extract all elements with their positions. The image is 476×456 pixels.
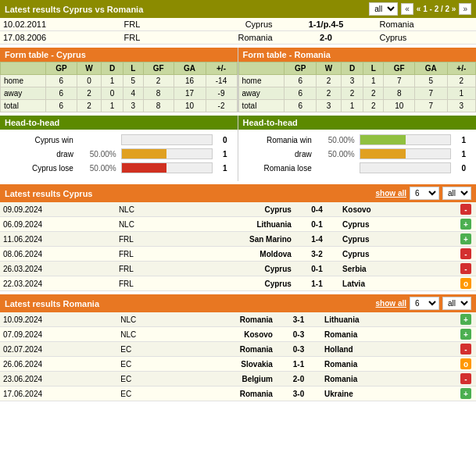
form-cyprus-header: Form table - Cyprus: [0, 48, 238, 62]
row-label: total: [238, 100, 285, 112]
h2h-cyprus-body: Cyprus win 0 draw 50.00% 1 Cyprus lose 5…: [0, 130, 238, 181]
match-score: 1-1: [276, 357, 321, 372]
cell-gf: 2: [143, 75, 174, 87]
cell-d: 1: [102, 100, 123, 112]
result-indicator: -: [460, 373, 471, 384]
match-comp: NLC: [117, 327, 174, 342]
match-comp: NLC: [116, 217, 171, 232]
h2h-bar-fill: [122, 149, 167, 159]
match-date: 23.06.2024: [0, 372, 117, 387]
h2h-value: 1: [456, 136, 471, 144]
match-date: 17.06.2024: [0, 387, 117, 401]
h2h-bar-fill: [122, 163, 167, 173]
col-header-pm: +/-: [206, 62, 237, 75]
col-header-ga: GA: [415, 62, 448, 75]
cell-ga: 7: [415, 100, 448, 112]
match-score: 1-4: [295, 232, 339, 247]
match-team1: Moldova: [171, 247, 295, 262]
match-team2: Romania: [321, 372, 428, 387]
row-label: total: [1, 100, 46, 112]
nav-next-button[interactable]: »: [459, 3, 471, 15]
col-header-w: W: [317, 62, 342, 75]
cell-w: 2: [317, 87, 342, 100]
show-all-cyprus-link[interactable]: show all: [376, 189, 406, 198]
table-row: 23.06.2024 EC Belgium 2-0 Romania -: [0, 372, 476, 387]
top-filter-select[interactable]: all: [369, 2, 398, 16]
match-team2: Holland: [321, 342, 428, 357]
match-score: 3-2: [295, 247, 339, 262]
match-indicator: -: [428, 342, 476, 357]
result-indicator: +: [460, 314, 471, 325]
match-date: 22.03.2024: [0, 276, 116, 291]
match-score: 0-3: [276, 342, 321, 357]
cell-gp: 6: [285, 87, 317, 100]
romania-type-select[interactable]: all: [442, 297, 471, 310]
cyprus-type-select[interactable]: all: [442, 187, 471, 200]
row-label: home: [238, 75, 285, 87]
match-comp: FRL: [121, 18, 177, 31]
col-header-gp: GP: [285, 62, 317, 75]
latest-romania-table: 10.09.2024 NLC Romania 3-1 Lithuania + 0…: [0, 312, 476, 401]
table-row: 06.09.2024 NLC Lithuania 0-1 Cyprus +: [0, 217, 476, 232]
match-score: 1-1/p.4-5: [276, 18, 377, 31]
top-matches-table: 10.02.2011 FRL Cyprus 1-1/p.4-5 Romania …: [0, 18, 476, 45]
match-team2: Cyprus: [376, 31, 476, 45]
romania-count-select[interactable]: 6 10: [410, 297, 439, 310]
cell-l: 2: [363, 87, 384, 100]
match-score: 3-1: [276, 312, 321, 327]
match-date: 26.06.2024: [0, 357, 117, 372]
match-team2: Lithuania: [321, 312, 428, 327]
show-all-romania-link[interactable]: show all: [376, 299, 406, 308]
h2h-row-win: Romania win 50.00% 1: [243, 134, 472, 145]
table-row: 26.06.2024 EC Slovakia 1-1 Romania o: [0, 357, 476, 372]
match-score: 1-1: [295, 276, 339, 291]
h2h-row-win: Cyprus win 0: [5, 134, 233, 145]
match-indicator: -: [428, 202, 476, 217]
cell-pm: -14: [206, 75, 237, 87]
match-team2: Kosovo: [339, 202, 428, 217]
table-row: 07.09.2024 NLC Kosovo 0-3 Romania +: [0, 327, 476, 342]
cell-pm: -2: [206, 100, 237, 112]
match-indicator: -: [428, 372, 476, 387]
table-row: 10.09.2024 NLC Romania 3-1 Lithuania +: [0, 312, 476, 327]
cell-gp: 6: [45, 87, 77, 100]
h2h-cyprus-title: Head-to-head: [5, 118, 59, 127]
top-header: Latest results Cyprus vs Romania all « «…: [0, 0, 476, 18]
cell-ga: 7: [415, 87, 448, 100]
h2h-value: 1: [456, 150, 471, 159]
nav-prev-button[interactable]: «: [401, 3, 413, 15]
h2h-romania-body: Romania win 50.00% 1 draw 50.00% 1 Roman…: [238, 130, 477, 181]
result-indicator: o: [460, 278, 471, 289]
col-header-d: D: [342, 62, 363, 75]
match-team1: Cyprus: [171, 262, 295, 276]
match-team1: Slovakia: [174, 357, 276, 372]
form-romania-section: Form table - Romania GP W D L GF GA +/- …: [238, 48, 477, 112]
h2h-label: draw: [5, 150, 73, 159]
match-date: 07.09.2024: [0, 327, 117, 342]
match-team1: Romania: [174, 312, 276, 327]
latest-cyprus-controls: show all 6 10 all: [376, 187, 471, 200]
table-row: 10.02.2011 FRL Cyprus 1-1/p.4-5 Romania: [0, 18, 476, 31]
h2h-label: Romania lose: [243, 164, 312, 173]
result-indicator: o: [460, 358, 471, 369]
match-score: 2-0: [276, 31, 377, 45]
cyprus-count-select[interactable]: 6 10: [410, 187, 439, 200]
match-team2: Romania: [376, 18, 476, 31]
h2h-romania-header: Head-to-head: [238, 116, 477, 130]
cell-gp: 6: [45, 100, 77, 112]
table-row: 17.06.2024 EC Romania 3-0 Ukraine +: [0, 387, 476, 401]
match-team1: Cyprus: [176, 18, 275, 31]
h2h-romania-section: Head-to-head Romania win 50.00% 1 draw 5…: [238, 116, 477, 181]
cell-ga: 5: [415, 75, 448, 87]
match-team1: Belgium: [174, 372, 276, 387]
cell-w: 2: [77, 87, 101, 100]
match-date: 02.07.2024: [0, 342, 117, 357]
match-date: 26.03.2024: [0, 262, 116, 276]
cell-l: 5: [123, 75, 143, 87]
h2h-pct: 50.00%: [78, 164, 116, 173]
table-row: 17.08.2006 FRL Romania 2-0 Cyprus: [0, 31, 476, 45]
top-nav-controls: all « « 1 - 2 / 2 » »: [369, 2, 471, 16]
h2h-romania-title: Head-to-head: [243, 118, 298, 127]
col-header-gf: GF: [384, 62, 415, 75]
latest-cyprus-table: 09.09.2024 NLC Cyprus 0-4 Kosovo - 06.09…: [0, 202, 476, 291]
